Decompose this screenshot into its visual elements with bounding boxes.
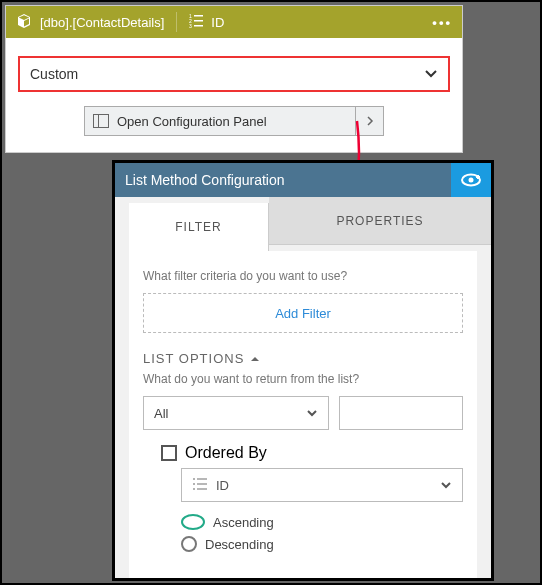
- filter-question: What filter criteria do you want to use?: [143, 269, 463, 283]
- radio-icon: [181, 536, 197, 552]
- checkbox-icon: [161, 445, 177, 461]
- order-list-icon: [192, 477, 208, 494]
- svg-rect-15: [197, 478, 207, 479]
- ordered-by-checkbox[interactable]: Ordered By: [143, 444, 463, 462]
- more-menu[interactable]: •••: [432, 15, 452, 30]
- list-options-header[interactable]: LIST OPTIONS: [143, 351, 463, 366]
- svg-rect-16: [197, 483, 207, 484]
- svg-rect-7: [94, 115, 99, 128]
- object-header: [dbo].[ContactDetails] 123 ID •••: [6, 6, 462, 38]
- return-select[interactable]: All: [143, 396, 329, 430]
- modal-header: List Method Configuration: [115, 163, 491, 197]
- svg-rect-5: [194, 25, 203, 27]
- table-name: [dbo].[ContactDetails]: [40, 15, 164, 30]
- svg-text:3: 3: [189, 23, 192, 29]
- return-question: What do you want to return from the list…: [143, 372, 463, 386]
- return-count-input[interactable]: [339, 396, 463, 430]
- order-field-select[interactable]: ID: [181, 468, 463, 502]
- svg-rect-17: [197, 488, 207, 489]
- svg-point-14: [193, 488, 195, 490]
- config-modal: List Method Configuration FILTER PROPERT…: [112, 160, 494, 581]
- list-icon: 123: [189, 13, 205, 32]
- tabs: FILTER PROPERTIES: [115, 197, 491, 251]
- svg-point-13: [193, 483, 195, 485]
- visibility-button[interactable]: [451, 163, 491, 197]
- modal-title: List Method Configuration: [125, 172, 285, 188]
- order-field-value: ID: [216, 478, 229, 493]
- svg-rect-3: [194, 15, 203, 17]
- chevron-down-icon: [306, 407, 318, 419]
- svg-rect-6: [94, 115, 109, 128]
- svg-point-12: [193, 478, 195, 480]
- radio-icon: [181, 514, 205, 530]
- svg-point-9: [469, 178, 474, 183]
- open-config-button[interactable]: Open Configuration Panel: [84, 106, 384, 136]
- object-panel: [dbo].[ContactDetails] 123 ID ••• Custom: [5, 5, 463, 153]
- tab-filter[interactable]: FILTER: [129, 203, 269, 251]
- svg-rect-4: [194, 20, 203, 22]
- chevron-down-icon: [440, 479, 452, 491]
- tab-properties[interactable]: PROPERTIES: [269, 197, 491, 245]
- chevron-down-icon: [424, 67, 438, 81]
- add-filter-button[interactable]: Add Filter: [143, 293, 463, 333]
- panel-icon: [85, 114, 117, 128]
- radio-descending[interactable]: Descending: [181, 536, 463, 552]
- open-config-label: Open Configuration Panel: [117, 114, 355, 129]
- mode-select-value: Custom: [30, 66, 78, 82]
- collapse-icon: [250, 355, 260, 363]
- mode-select[interactable]: Custom: [18, 56, 450, 92]
- radio-ascending[interactable]: Ascending: [181, 514, 463, 530]
- chevron-right-icon: [355, 107, 383, 135]
- field-label: ID: [211, 15, 224, 30]
- ordered-by-label: Ordered By: [185, 444, 267, 462]
- cube-icon: [16, 13, 32, 32]
